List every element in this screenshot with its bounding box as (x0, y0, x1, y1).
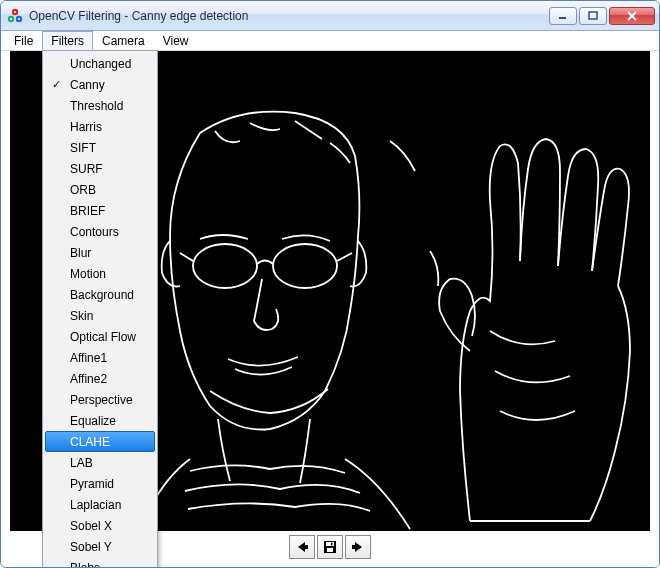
svg-point-3 (14, 10, 16, 12)
filter-item-affine1[interactable]: Affine1 (45, 347, 155, 368)
filter-item-label: Skin (70, 309, 93, 323)
filter-item-affine2[interactable]: Affine2 (45, 368, 155, 389)
menu-filters[interactable]: Filters (42, 31, 93, 50)
titlebar[interactable]: OpenCV Filtering - Canny edge detection (1, 1, 659, 31)
filter-item-label: Affine1 (70, 351, 107, 365)
filter-item-blobs[interactable]: Blobs (45, 557, 155, 568)
filter-item-blur[interactable]: Blur (45, 242, 155, 263)
floppy-icon (322, 539, 338, 555)
filter-item-optical-flow[interactable]: Optical Flow (45, 326, 155, 347)
filter-item-lab[interactable]: LAB (45, 452, 155, 473)
filter-item-label: Sobel Y (70, 540, 112, 554)
svg-rect-14 (326, 542, 334, 546)
content-area: Unchanged✓CannyThresholdHarrisSIFTSURFOR… (1, 51, 659, 567)
prev-button[interactable] (289, 535, 315, 559)
menu-camera[interactable]: Camera (93, 31, 154, 50)
filter-item-perspective[interactable]: Perspective (45, 389, 155, 410)
app-window: OpenCV Filtering - Canny edge detection … (0, 0, 660, 568)
filter-item-label: Optical Flow (70, 330, 136, 344)
menu-file-label: File (14, 34, 33, 48)
svg-point-5 (18, 17, 20, 19)
minimize-icon (558, 11, 568, 21)
filter-item-label: Perspective (70, 393, 133, 407)
filter-item-harris[interactable]: Harris (45, 116, 155, 137)
filter-item-orb[interactable]: ORB (45, 179, 155, 200)
window-controls (549, 7, 655, 25)
filter-item-label: Sobel X (70, 519, 112, 533)
filter-item-canny[interactable]: ✓Canny (45, 74, 155, 95)
filter-item-unchanged[interactable]: Unchanged (45, 53, 155, 74)
menu-filters-label: Filters (51, 34, 84, 48)
filter-item-sift[interactable]: SIFT (45, 137, 155, 158)
filters-dropdown: Unchanged✓CannyThresholdHarrisSIFTSURFOR… (42, 50, 158, 568)
filter-item-equalize[interactable]: Equalize (45, 410, 155, 431)
minimize-button[interactable] (549, 7, 577, 25)
maximize-button[interactable] (579, 7, 607, 25)
arrow-right-icon (350, 539, 366, 555)
svg-point-4 (10, 17, 12, 19)
save-button[interactable] (317, 535, 343, 559)
filter-item-skin[interactable]: Skin (45, 305, 155, 326)
filter-item-label: Unchanged (70, 57, 131, 71)
arrow-left-icon (294, 539, 310, 555)
filter-item-contours[interactable]: Contours (45, 221, 155, 242)
close-icon (627, 11, 637, 21)
close-button[interactable] (609, 7, 655, 25)
filter-item-label: SIFT (70, 141, 96, 155)
filter-item-label: Blur (70, 246, 91, 260)
filter-item-sobel-y[interactable]: Sobel Y (45, 536, 155, 557)
filter-item-label: Laplacian (70, 498, 121, 512)
filter-item-motion[interactable]: Motion (45, 263, 155, 284)
filter-item-label: Blobs (70, 561, 100, 569)
svg-rect-7 (589, 12, 597, 19)
filter-item-pyramid[interactable]: Pyramid (45, 473, 155, 494)
filter-item-laplacian[interactable]: Laplacian (45, 494, 155, 515)
filter-item-sobel-x[interactable]: Sobel X (45, 515, 155, 536)
filter-item-label: BRIEF (70, 204, 105, 218)
filter-item-label: Background (70, 288, 134, 302)
filter-item-threshold[interactable]: Threshold (45, 95, 155, 116)
filter-item-label: CLAHE (70, 435, 110, 449)
filter-item-surf[interactable]: SURF (45, 158, 155, 179)
filter-item-label: Motion (70, 267, 106, 281)
filter-item-label: Contours (70, 225, 119, 239)
menu-camera-label: Camera (102, 34, 145, 48)
filter-item-label: LAB (70, 456, 93, 470)
filter-item-label: ORB (70, 183, 96, 197)
app-icon (7, 8, 23, 24)
checkmark-icon: ✓ (52, 78, 61, 91)
filter-item-label: Threshold (70, 99, 123, 113)
filter-item-label: SURF (70, 162, 103, 176)
menu-view-label: View (163, 34, 189, 48)
filter-item-label: Affine2 (70, 372, 107, 386)
filter-item-label: Canny (70, 78, 105, 92)
svg-rect-15 (327, 548, 333, 552)
filter-item-label: Pyramid (70, 477, 114, 491)
maximize-icon (588, 11, 598, 21)
filter-item-clahe[interactable]: CLAHE (45, 431, 155, 452)
next-button[interactable] (345, 535, 371, 559)
filter-item-brief[interactable]: BRIEF (45, 200, 155, 221)
filter-item-label: Harris (70, 120, 102, 134)
svg-rect-16 (331, 543, 333, 546)
menu-file[interactable]: File (5, 31, 42, 50)
menu-view[interactable]: View (154, 31, 198, 50)
menubar: File Filters Camera View (1, 31, 659, 51)
window-title: OpenCV Filtering - Canny edge detection (29, 9, 549, 23)
filter-item-label: Equalize (70, 414, 116, 428)
filter-item-background[interactable]: Background (45, 284, 155, 305)
